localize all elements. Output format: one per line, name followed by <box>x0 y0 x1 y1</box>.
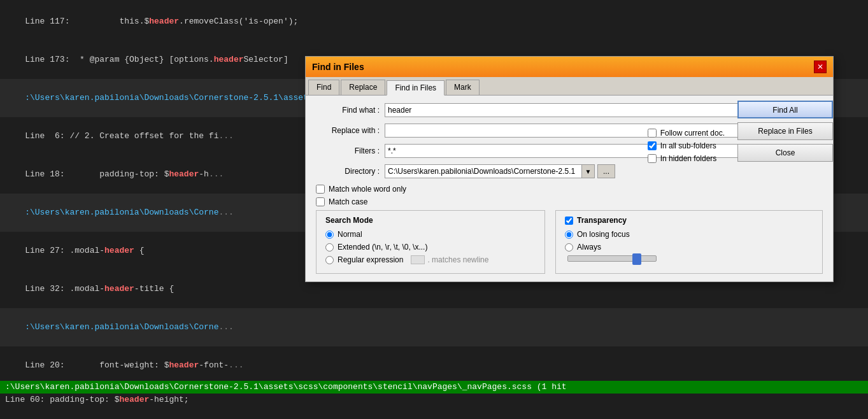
left-checkboxes: Match whole word only Match case <box>316 185 823 206</box>
always-label: Always <box>577 243 601 252</box>
filters-label: Filters : <box>316 146 380 155</box>
matches-newline-wrap: . matches newline <box>411 255 488 264</box>
transparency-checkbox[interactable] <box>565 217 573 225</box>
code-line: Line 20: font-weight: $header-font-... <box>0 346 868 385</box>
close-dialog-button[interactable]: ✕ <box>814 60 827 73</box>
replace-with-label: Replace with : <box>316 126 380 135</box>
match-case-label: Match case <box>329 197 367 206</box>
find-what-label: Find what : <box>316 106 380 115</box>
on-losing-focus-radio[interactable] <box>565 231 573 239</box>
follow-current-doc-label: Follow current doc. <box>660 129 725 138</box>
normal-radio[interactable] <box>325 231 334 239</box>
extended-radio-row: Extended (\n, \r, \t, \0, \x...) <box>325 243 536 252</box>
tab-mark[interactable]: Mark <box>446 80 480 95</box>
directory-input-wrap: ▼ ... <box>385 164 615 178</box>
directory-label: Directory : <box>316 167 380 176</box>
match-whole-word-checkbox[interactable] <box>316 185 325 194</box>
matches-newline-checkbox[interactable] <box>411 255 425 264</box>
code-line: Line 117: this.$header.removeClass('is-o… <box>0 3 868 41</box>
transparency-label: Transparency <box>577 216 627 225</box>
match-whole-word-label: Match whole word only <box>329 185 406 194</box>
always-row: Always <box>565 243 813 252</box>
search-mode-title: Search Mode <box>325 216 536 225</box>
match-whole-word-row: Match whole word only <box>316 185 823 194</box>
bottom-spacer <box>0 406 868 419</box>
regex-radio-row: Regular expression . matches newline <box>325 255 536 264</box>
dialog-tabs: Find Replace Find in Files Mark <box>306 77 833 96</box>
match-case-row: Match case <box>316 197 823 206</box>
extended-radio[interactable] <box>325 243 334 252</box>
normal-radio-label: Normal <box>338 230 362 239</box>
matches-newline-label: . matches newline <box>427 255 488 264</box>
replace-in-files-button[interactable]: Replace in Files <box>737 122 833 140</box>
buttons-panel: Find All Replace in Files Close <box>737 101 833 166</box>
in-hidden-folders-checkbox[interactable] <box>648 154 657 163</box>
in-hidden-folders-row: In hidden folders <box>648 154 725 163</box>
directory-row: Directory : ▼ ... <box>316 164 823 178</box>
transparency-slider-fill <box>568 256 634 261</box>
in-hidden-folders-label: In hidden folders <box>660 154 717 163</box>
tab-replace[interactable]: Replace <box>341 80 385 95</box>
on-losing-focus-label: On losing focus <box>577 230 630 239</box>
bottom-section: Search Mode Normal Extended (\n, \r, \t,… <box>316 210 823 274</box>
find-all-button[interactable]: Find All <box>737 101 833 118</box>
on-losing-focus-row: On losing focus <box>565 230 813 239</box>
transparency-slider-track[interactable] <box>567 255 657 262</box>
dialog-title: Find in Files <box>312 62 364 72</box>
status-bar-green: :\Users\karen.pabilonia\Downloads\Corner… <box>0 381 868 394</box>
directory-input[interactable] <box>385 164 582 178</box>
search-mode-box: Search Mode Normal Extended (\n, \r, \t,… <box>316 210 545 274</box>
status-bar-dark: Line 60: padding-top: $header-height; <box>0 394 868 406</box>
always-radio[interactable] <box>565 243 573 252</box>
close-button[interactable]: Close <box>737 144 833 162</box>
right-checkboxes: Follow current doc. In all sub-folders I… <box>648 129 725 167</box>
tab-find[interactable]: Find <box>308 80 339 95</box>
match-case-checkbox[interactable] <box>316 197 325 206</box>
path-line: :\Users\karen.pabilonia\Downloads\Corne.… <box>0 308 868 346</box>
transparency-header: Transparency <box>565 216 813 225</box>
dialog-body: Find what : ▼ Replace with : ▼ Filters :… <box>306 96 833 281</box>
find-in-files-dialog: Find in Files ✕ Find Replace Find in Fil… <box>305 56 834 282</box>
dialog-titlebar: Find in Files ✕ <box>306 57 833 77</box>
transparency-box: Transparency On losing focus Always <box>555 210 823 274</box>
regex-radio[interactable] <box>325 256 334 264</box>
tab-find-in-files[interactable]: Find in Files <box>387 80 445 96</box>
transparency-slider-thumb[interactable] <box>632 253 641 265</box>
slider-container <box>567 255 813 262</box>
follow-current-doc-row: Follow current doc. <box>648 129 725 138</box>
directory-dropdown-btn[interactable]: ▼ <box>582 164 595 178</box>
directory-browse-button[interactable]: ... <box>597 164 615 178</box>
in-all-subfolders-label: In all sub-folders <box>660 141 716 150</box>
follow-current-doc-checkbox[interactable] <box>648 129 657 138</box>
normal-radio-row: Normal <box>325 230 536 239</box>
extended-radio-label: Extended (\n, \r, \t, \0, \x...) <box>338 243 427 252</box>
regex-radio-label: Regular expression <box>338 255 403 264</box>
in-all-subfolders-checkbox[interactable] <box>648 141 657 150</box>
in-all-subfolders-row: In all sub-folders <box>648 141 725 150</box>
